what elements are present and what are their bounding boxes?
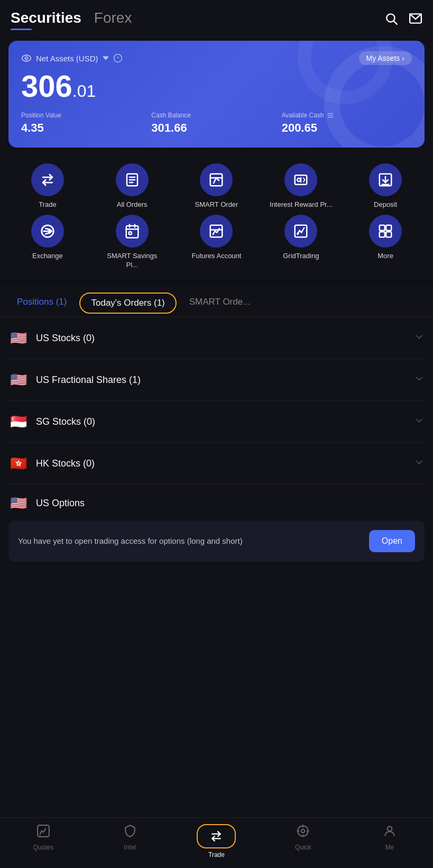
options-label: US Options	[36, 498, 85, 509]
action-smart-order[interactable]: SMART Order	[185, 163, 248, 209]
nav-item-me[interactable]: Me	[368, 824, 411, 858]
action-interest-reward[interactable]: Interest Reward Pr...	[269, 163, 333, 209]
options-header: 🇺🇸 US Options	[8, 493, 425, 513]
svg-point-4	[25, 57, 28, 60]
intel-icon	[123, 824, 137, 841]
action-exchange[interactable]: Exchange	[16, 215, 79, 270]
position-value-metric: Position Value 4.35	[21, 112, 151, 135]
bottom-nav: Quotes Intel Trade	[0, 817, 433, 868]
nav-item-trade[interactable]: Trade	[195, 824, 237, 858]
tab-today-orders[interactable]: Today's Orders (1)	[79, 293, 176, 314]
more-icon	[369, 215, 402, 248]
net-assets-value: 306.01	[21, 69, 412, 103]
svg-rect-31	[128, 232, 131, 234]
svg-rect-39	[386, 232, 391, 237]
svg-rect-32	[210, 225, 223, 237]
futures-account-icon	[200, 215, 233, 248]
action-trade[interactable]: Trade	[16, 163, 79, 209]
exchange-label: Exchange	[32, 252, 63, 261]
quick-actions: Trade All Orders	[0, 153, 433, 280]
hk-stocks-chevron	[414, 457, 425, 470]
us-stocks-flag: 🇺🇸	[8, 328, 29, 348]
action-all-orders[interactable]: All Orders	[100, 163, 164, 209]
svg-rect-27	[126, 226, 138, 238]
list-item-us-stocks[interactable]: 🇺🇸 US Stocks (0)	[8, 317, 425, 359]
interest-reward-label: Interest Reward Pr...	[270, 200, 333, 209]
us-stocks-label: US Stocks (0)	[36, 333, 95, 344]
hk-stocks-flag: 🇭🇰	[8, 453, 29, 473]
svg-rect-40	[38, 825, 49, 837]
options-notice: You have yet to open trading access for …	[8, 520, 425, 562]
grid-trading-label: GridTrading	[283, 252, 319, 261]
smart-order-icon	[200, 163, 233, 196]
quick-actions-row2: Exchange SMART Savings Pl...	[5, 215, 428, 270]
tab-securities[interactable]: Securities	[11, 10, 81, 30]
action-more[interactable]: More	[354, 215, 417, 270]
trade-label: Trade	[39, 200, 56, 209]
list-section: 🇺🇸 US Stocks (0) 🇺🇸 US Fractional Shares…	[0, 317, 433, 485]
svg-line-1	[394, 21, 397, 24]
me-label: Me	[385, 844, 394, 851]
intel-label: Intel	[124, 844, 136, 851]
smart-savings-icon	[116, 215, 149, 248]
my-assets-button[interactable]: My Assets ›	[359, 51, 412, 65]
action-futures-account[interactable]: Futures Account	[185, 215, 248, 270]
svg-rect-37	[386, 225, 391, 230]
options-notice-text: You have yet to open trading access for …	[18, 535, 361, 547]
smart-savings-label: SMART Savings Pl...	[100, 252, 164, 270]
all-orders-icon	[116, 163, 149, 196]
us-fractional-flag: 🇺🇸	[8, 370, 29, 390]
net-assets-label: Net Assets (USD)	[21, 53, 123, 63]
tabs-row: Positions (1) Today's Orders (1) SMART O…	[0, 289, 433, 317]
quotes-icon	[36, 824, 50, 841]
list-item-hk-stocks[interactable]: 🇭🇰 HK Stocks (0)	[8, 443, 425, 485]
header: Securities Forex	[0, 0, 433, 35]
available-cash-metric: Available Cash 200.65	[282, 112, 412, 135]
tabs-section: Positions (1) Today's Orders (1) SMART O…	[0, 289, 433, 317]
svg-rect-18	[210, 174, 223, 186]
deposit-icon	[369, 163, 402, 196]
trade-icon	[31, 163, 64, 196]
header-tabs: Securities Forex	[11, 10, 384, 30]
asset-metrics: Position Value 4.35 Cash Balance 301.66 …	[21, 112, 412, 135]
nav-item-quick[interactable]: Quick	[282, 824, 324, 858]
asset-top-row: Net Assets (USD) My Assets ›	[21, 51, 412, 65]
tab-forex[interactable]: Forex	[94, 10, 132, 30]
hk-stocks-label: HK Stocks (0)	[36, 458, 95, 469]
header-icons	[384, 12, 422, 29]
cash-balance-metric: Cash Balance 301.66	[151, 112, 281, 135]
action-grid-trading[interactable]: GridTrading	[269, 215, 333, 270]
tab-smart-orders[interactable]: SMART Orde...	[181, 289, 259, 317]
divider	[0, 280, 433, 284]
tab-positions[interactable]: Positions (1)	[8, 289, 75, 317]
more-label: More	[377, 252, 393, 261]
trade-nav-label: Trade	[208, 851, 225, 858]
nav-item-intel[interactable]: Intel	[109, 824, 151, 858]
me-icon	[383, 824, 397, 841]
sg-stocks-label: SG Stocks (0)	[36, 416, 95, 427]
options-flag: 🇺🇸	[8, 493, 29, 513]
nav-item-quotes[interactable]: Quotes	[22, 824, 65, 858]
search-icon[interactable]	[384, 12, 398, 29]
interest-reward-icon	[284, 163, 317, 196]
smart-order-label: SMART Order	[195, 200, 238, 209]
svg-rect-36	[380, 225, 385, 230]
svg-marker-5	[103, 56, 109, 60]
us-stocks-chevron	[414, 332, 425, 345]
svg-point-44	[301, 829, 305, 833]
svg-rect-35	[297, 232, 299, 234]
us-fractional-label: US Fractional Shares (1)	[36, 374, 141, 386]
action-deposit[interactable]: Deposit	[354, 163, 417, 209]
list-item-us-fractional[interactable]: 🇺🇸 US Fractional Shares (1)	[8, 359, 425, 401]
mail-icon[interactable]	[409, 12, 422, 29]
svg-point-21	[297, 178, 300, 181]
action-smart-savings[interactable]: SMART Savings Pl...	[100, 215, 164, 270]
sg-stocks-flag: 🇸🇬	[8, 412, 29, 432]
exchange-icon	[31, 215, 64, 248]
grid-trading-icon	[284, 215, 317, 248]
futures-account-label: Futures Account	[192, 252, 242, 261]
list-item-sg-stocks[interactable]: 🇸🇬 SG Stocks (0)	[8, 401, 425, 443]
open-button[interactable]: Open	[369, 530, 415, 552]
quick-label: Quick	[295, 844, 311, 851]
options-section: 🇺🇸 US Options You have yet to open tradi…	[0, 485, 433, 570]
